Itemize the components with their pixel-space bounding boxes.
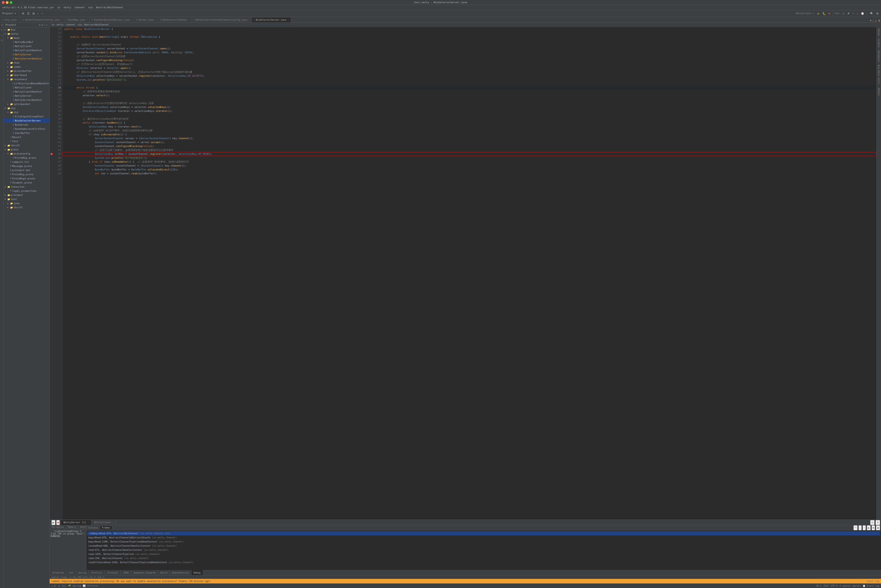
tree-item-netty[interactable]: ▼ 📁 netty xyxy=(4,32,50,36)
bottom-tab-profiler[interactable]: Profiler xyxy=(89,570,105,575)
toolbar-expand[interactable]: ⊞ xyxy=(32,12,36,16)
tab-niochannel[interactable]: C NioSelectorChannel × xyxy=(158,17,192,22)
tree-item-protobuf[interactable]: ▶ 📁 protobuf xyxy=(4,193,50,197)
toolbar-sync[interactable]: ↕ xyxy=(36,12,40,16)
tab-standardsocket[interactable]: C StandardSocketOptions.java × xyxy=(90,17,134,22)
event-log-label[interactable]: Event Log xyxy=(867,580,879,582)
tree-item-protomsg[interactable]: P ProtoMsg.proto xyxy=(4,156,50,160)
breadcrumb-nio[interactable]: nio xyxy=(78,23,82,26)
tree-item-fileinputstream[interactable]: C FileInputStreamTest xyxy=(4,114,50,118)
tree-item-splitpacket[interactable]: ▶ 📁 splitpacket xyxy=(4,102,50,106)
tree-item-compiletxt[interactable]: T compile.txt xyxy=(4,160,50,164)
tree-item-heartbeat[interactable]: ▶ 📁 heartbeat xyxy=(4,73,50,77)
git-arrow[interactable]: ↑ xyxy=(852,12,855,16)
close-button[interactable] xyxy=(2,1,5,4)
debug-frame-0[interactable]: → doBeginRead:474, AbstractNioChannel (i… xyxy=(87,531,880,536)
debug-frame-2[interactable]: beginRead:1390, DefaultChannelPipeline$H… xyxy=(87,540,880,544)
project-icon[interactable]: P xyxy=(0,23,3,27)
debug-resume[interactable]: ▶ xyxy=(867,525,870,530)
breakpoint-45[interactable] xyxy=(51,153,53,155)
stop-button[interactable]: ■ xyxy=(828,12,831,16)
debug-frame-5[interactable]: read:1025, DefaultChannelPipeline (io.ne… xyxy=(87,552,880,556)
gradle-icon[interactable]: Gradle xyxy=(877,38,881,48)
minimize-button[interactable] xyxy=(6,1,9,4)
tab-defaultserver[interactable]: C DefaultServerSocketChannelConfig.java … xyxy=(192,17,252,22)
bottom-tab-problems[interactable]: ⚠ Problems xyxy=(50,570,67,575)
panel-sort[interactable]: ↕ xyxy=(44,23,45,26)
bottom-tab-git[interactable]: Git xyxy=(67,570,76,575)
tree-item-test[interactable]: C Test xyxy=(4,139,50,143)
debug-sidebar-tab-overhead[interactable]: Overhead xyxy=(78,525,86,529)
tree-item-java-subfolder[interactable]: ▶ 📁 java xyxy=(4,201,50,206)
bottom-tab-dependencies[interactable]: Dependencies xyxy=(170,570,191,575)
bottom-tab-debug[interactable]: Debug xyxy=(191,570,203,575)
tree-item-lifecycle[interactable]: C LifeCycleinBoundHandler xyxy=(4,81,50,86)
tree-item-thrift2[interactable]: ▶ 📁 thrift xyxy=(4,206,50,210)
debug-sidebar-tab-variables[interactable]: Variables xyxy=(50,525,66,529)
git-history[interactable]: ⌚ xyxy=(860,12,865,16)
tree-item-chat[interactable]: ▶ 📁 chat xyxy=(4,61,50,65)
tree-item-nettyclient1[interactable]: C NettyClient xyxy=(4,44,50,48)
toolbar-minus[interactable]: – xyxy=(41,12,44,16)
git-down[interactable]: ↓ xyxy=(856,12,859,16)
debug-tab-nettyserver-close[interactable]: × xyxy=(88,521,89,524)
tab-defaultchannelconfig[interactable]: C DefaultChannelConfig.java × xyxy=(21,17,65,22)
debug-frame-1[interactable]: beginRead:878, AbstractChannel$AbstractU… xyxy=(87,536,880,540)
debug-settings-btn[interactable]: ⚙ xyxy=(870,520,875,525)
debug-stop[interactable]: ■ xyxy=(872,525,875,530)
search-button[interactable]: 🔍 xyxy=(869,12,874,16)
tree-item-directbuffer[interactable]: ▶ 📁 directbuffer xyxy=(4,69,50,73)
breadcrumb-abstractniochannel[interactable]: AbstractNioChannel xyxy=(84,23,109,26)
menu-channel[interactable]: channel xyxy=(73,6,86,9)
debug-inner-tab-console[interactable]: Console xyxy=(86,526,100,530)
bottom-tab-spring[interactable]: Spring xyxy=(76,570,89,575)
tree-item-nettyserverhandler2[interactable]: C NettyServerHandler xyxy=(4,98,50,102)
tab-close-ds[interactable]: × xyxy=(248,19,249,21)
tree-item-nettyclient2[interactable]: C NettyClient xyxy=(4,86,50,90)
debug-tab-nettyserver[interactable]: NettyServer (1) × xyxy=(61,520,92,525)
tree-item-nettyserver1[interactable]: C NettyServer xyxy=(4,52,50,57)
debug-run-btn[interactable]: ▶ xyxy=(51,520,56,525)
pullreq-icon[interactable]: ↑ xyxy=(0,33,3,37)
tree-item-nettybytebuf[interactable]: C NettyByteBuf xyxy=(4,40,50,44)
tab-socket[interactable]: C Socket.java × xyxy=(134,17,158,22)
debug-mute[interactable]: ◉ xyxy=(876,525,880,530)
tree-item-message[interactable]: P Message.proto xyxy=(4,164,50,168)
tree-item-nettyserverhandler1[interactable]: C NettyServerHandler xyxy=(4,57,50,61)
panel-expand[interactable]: ⊞ xyxy=(41,23,43,26)
tree-item-log4j[interactable]: P log4j.properties xyxy=(4,189,50,193)
debug-filter-btn[interactable]: ▼ xyxy=(875,520,880,525)
jrebel-icon[interactable]: JRebel xyxy=(877,87,881,97)
tree-item-proto[interactable]: ▼ 📁 proto xyxy=(4,147,50,152)
menu-io[interactable]: io xyxy=(56,6,62,9)
tab-split[interactable]: ⊞ xyxy=(877,19,881,22)
tree-item-bio[interactable]: ▶ 📁 bio xyxy=(4,28,50,32)
tree-item-student[interactable]: P Student.proto xyxy=(4,180,50,184)
git-checkmark[interactable]: ✓ xyxy=(842,12,846,16)
maven-icon[interactable]: Maven xyxy=(877,28,881,37)
project-dropdown[interactable]: Project ▾ xyxy=(2,12,17,15)
code-scroll[interactable]: public class NioSelectorServer { public … xyxy=(63,27,876,519)
tree-item-nioselectorserver[interactable]: C NioSelectorServer xyxy=(4,118,50,123)
tree-item-randomaccess[interactable]: C RandomAccessFileTest xyxy=(4,127,50,131)
breadcrumb-netty[interactable]: netty xyxy=(57,23,63,26)
debug-tab-nettyclient-close[interactable]: × xyxy=(113,521,114,524)
tree-item-protobuf-bat[interactable]: B protobuf.bat xyxy=(4,168,50,172)
run-button[interactable]: ▶ xyxy=(816,12,821,16)
tree-item-protomsg3[interactable]: P ProtoMsg3.proto xyxy=(4,176,50,180)
debug-inner-tab-frames[interactable]: Frames xyxy=(100,526,112,530)
tree-item-nettyclienthandler1[interactable]: C NettyClientHandler xyxy=(4,48,50,52)
debug-frame-7[interactable]: readIfIsAutoRead:1450, DefaultChannelPip… xyxy=(87,560,880,564)
debug-step-out[interactable]: ↑ xyxy=(863,525,866,530)
tab-nfig[interactable]: C nfig.java × xyxy=(0,17,21,22)
tree-item-codec[interactable]: ▶ 📁 codec xyxy=(4,65,50,69)
debug-step-into[interactable]: ↓ xyxy=(858,525,862,530)
debug-button[interactable]: 🐛 xyxy=(821,12,827,16)
toolbar-layout[interactable]: ☰ xyxy=(26,12,30,16)
tab-hashmap[interactable]: C HashMap.java × xyxy=(65,17,90,22)
tree-item-nio[interactable]: ▼ 📁 nio xyxy=(4,106,50,110)
debug-frame-3[interactable]: invokeRead:686, AbstractChannelHandlerCo… xyxy=(87,544,880,548)
debug-frame-6[interactable]: read:294, AbstractChannel (io.netty.chan… xyxy=(87,556,880,560)
bottom-tab-terminal[interactable]: Terminal xyxy=(105,570,121,575)
tree-item-protoconfig[interactable]: ▼ 📁 protoConfig xyxy=(4,152,50,156)
